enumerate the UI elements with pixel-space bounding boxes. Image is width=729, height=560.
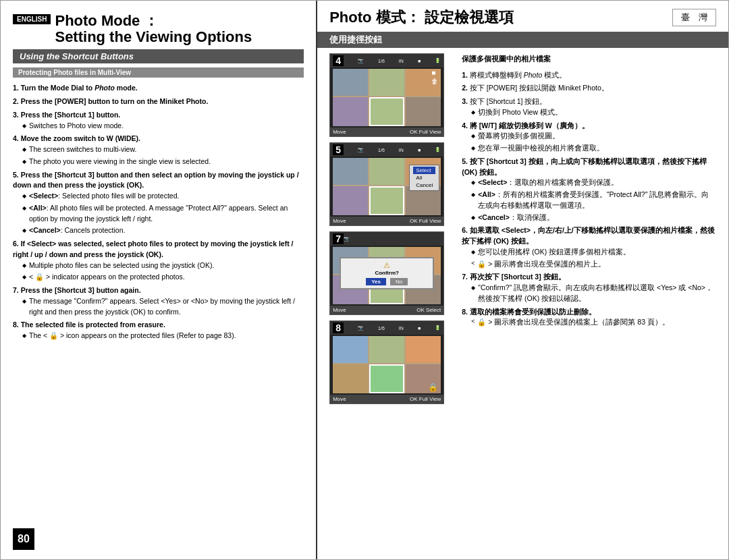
camera-frame-5: 5 📷 1/6 IN ■ 🔋: [329, 142, 444, 226]
move-label-7: Move: [333, 307, 346, 313]
cam-bar-7: Move OK Select: [330, 306, 443, 314]
cam-counter-4: 1/6: [378, 59, 385, 63]
cam-screen-7: ⚠ Confirm? Yes No: [333, 247, 441, 304]
thumb-5-1: [333, 158, 368, 185]
cam-icon-4: 📷: [358, 58, 364, 63]
english-badge: ENGLISH: [13, 14, 51, 24]
move-label-8: Move: [333, 396, 346, 402]
left-panel: ENGLISH Photo Mode ： Setting the Viewing…: [1, 1, 317, 559]
cam-num-4: 4: [333, 55, 344, 66]
cam-num-5: 5: [333, 144, 344, 155]
cam-top-bar-8: 8 📷 1/6 IN ■ 🔋: [330, 321, 443, 335]
thumb-grid-8: [333, 336, 441, 393]
zh-step-3: 3. 按下 [Shortcut 1] 按鈕。 切換到 Photo View 模式…: [462, 96, 716, 118]
step-6: 6. If <Select> was selected, select phot…: [13, 239, 304, 283]
select-option: Select: [413, 167, 435, 174]
cam-top-bar-4: 4 📷 1/6 IN ■ 🔋: [330, 54, 443, 67]
thumb-grid-4: [333, 69, 441, 126]
right-panel: Photo 模式： 設定檢視選項 臺 灣 使用捷徑按鈕 4 📷 1/6 IN ■…: [317, 1, 728, 559]
ok-select-label-7: OK Select: [416, 307, 441, 313]
right-steps-col: 保護多個視圖中的相片檔案 1. 將模式轉盤轉到 Photo 模式。 2. 按下 …: [462, 53, 716, 553]
thumb-5-4: [333, 186, 368, 216]
zh-step-7: 7. 再次按下 [Shortcut 3] 按鈕。 "Confirm?" 訊息將會…: [462, 272, 716, 304]
left-steps: 1. Turn the Mode Dial to Photo mode. 2. …: [13, 83, 304, 528]
right-title: Photo 模式： 設定檢視選項: [329, 7, 514, 28]
left-header: ENGLISH Photo Mode ： Setting the Viewing…: [13, 13, 304, 45]
move-label-4: Move: [333, 129, 346, 135]
zh-step-1: 1. 將模式轉盤轉到 Photo 模式。: [462, 70, 716, 81]
camera-frame-4: 4 📷 1/6 IN ■ 🔋: [329, 53, 444, 137]
cam-bar-5: Move OK Full View: [330, 217, 443, 225]
lock-icon-8: 🔒: [428, 383, 438, 392]
all-option: All: [413, 174, 435, 181]
cam-screen-5: Select All Cancel: [333, 158, 441, 215]
ok-full-label-4: OK Full View: [410, 129, 441, 135]
right-header: Photo 模式： 設定檢視選項 臺 灣: [317, 1, 728, 32]
zh-step-8: 8. 選取的檔案將會受到保護以防止刪除。 🔒 > 圖示將會出現在受保護的檔案上（…: [462, 307, 716, 329]
cam-bar-8: Move OK Full View: [330, 395, 443, 403]
step-8: 8. The selected file is protected from e…: [13, 320, 304, 341]
step-7: 7. Press the [Shortcut 3] button again. …: [13, 285, 304, 317]
right-content: 4 📷 1/6 IN ■ 🔋: [317, 48, 728, 559]
thumb-5-5: [369, 186, 404, 216]
cam-num-7: 7: [333, 233, 344, 244]
thumb-1: [333, 69, 368, 96]
section-header-right: 使用捷徑按鈕: [317, 32, 728, 48]
zh-step-5: 5. 按下 [Shortcut 3] 按鈕，向上或向下移動搖桿以選取選項，然後按…: [462, 157, 716, 223]
page-footer: 80: [13, 528, 304, 553]
move-label-5: Move: [333, 218, 346, 224]
right-title-text: Photo 模式： 設定檢視選項: [329, 7, 514, 28]
camera-column: 4 📷 1/6 IN ■ 🔋: [329, 53, 451, 553]
camera-frame-8: 8 📷 1/6 IN ■ 🔋: [329, 320, 444, 404]
zh-step-2: 2. 按下 [POWER] 按鈕以開啟 Miniket Photo。: [462, 83, 716, 94]
taiwan-badge: 臺 灣: [672, 9, 716, 26]
page-number: 80: [13, 528, 34, 550]
cam-bar-4: Move OK Full View: [330, 128, 443, 136]
cancel-option: Cancel: [413, 181, 435, 189]
zh-section-title: 保護多個視圖中的相片檔案: [462, 53, 716, 65]
cam-num-8: 8: [333, 323, 344, 333]
thumb-2: [369, 69, 404, 96]
cam-top-bar-5: 5 📷 1/6 IN ■ 🔋: [330, 143, 443, 157]
thumb-5-2: [369, 158, 404, 185]
title-line1: Photo Mode ：: [55, 13, 252, 29]
confirm-yes: Yes: [366, 278, 386, 285]
step-4: 4. Move the zoom switch to W (WIDE). The…: [13, 134, 304, 167]
thumb-4: [333, 97, 368, 127]
ok-full-label-8: OK Full View: [410, 396, 441, 402]
confirm-no: No: [390, 278, 408, 285]
step-2: 2. Press the [POWER] button to turn on t…: [13, 96, 304, 107]
cam-top-bar-7: 7 📷: [330, 232, 443, 246]
camera-frame-7: 7 📷: [329, 231, 444, 315]
cam-icon-8: 📷: [358, 325, 364, 331]
step-5: 5. Press the [Shortcut 3] button and the…: [13, 170, 304, 237]
subsection-header: Protecting Photo files in Multi-View: [13, 67, 304, 78]
left-title: Photo Mode ： Setting the Viewing Options: [55, 13, 252, 45]
cam-screen-4: ■ 🗑: [333, 69, 441, 126]
section-header-left: Using the Shortcut Buttons: [13, 49, 304, 63]
cam-icon-5: 📷: [358, 147, 364, 152]
warning-icon: ⚠: [344, 261, 430, 270]
confirm-buttons: Yes No: [344, 278, 430, 285]
zh-step-6: 6. 如果選取 <Select>，向左/右/上/下移動搖桿以選取要保護的相片檔案…: [462, 225, 716, 269]
title-line2: Setting the Viewing Options: [55, 29, 252, 45]
cam-side-icons-4: ■ 🗑: [431, 69, 438, 85]
cam-screen-8: 🔒: [333, 336, 441, 393]
thumb-5-selected: [369, 97, 404, 127]
select-menu: Select All Cancel: [409, 165, 439, 191]
step-1: 1. Turn the Mode Dial to Photo mode.: [13, 83, 304, 94]
zh-step-4: 4. 將 [W/T] 縮放切換移到 W（廣角）。 螢幕將切換到多個視圖。 您在單…: [462, 121, 716, 154]
step-3: 3. Press the [Shortcut 1] button. Switch…: [13, 110, 304, 132]
ok-full-label-5: OK Full View: [410, 218, 441, 224]
cam-icon-7: 📷: [344, 236, 350, 242]
thumb-6: [406, 97, 441, 127]
confirm-dialog: ⚠ Confirm? Yes No: [340, 257, 434, 289]
confirm-title: Confirm?: [344, 270, 430, 276]
